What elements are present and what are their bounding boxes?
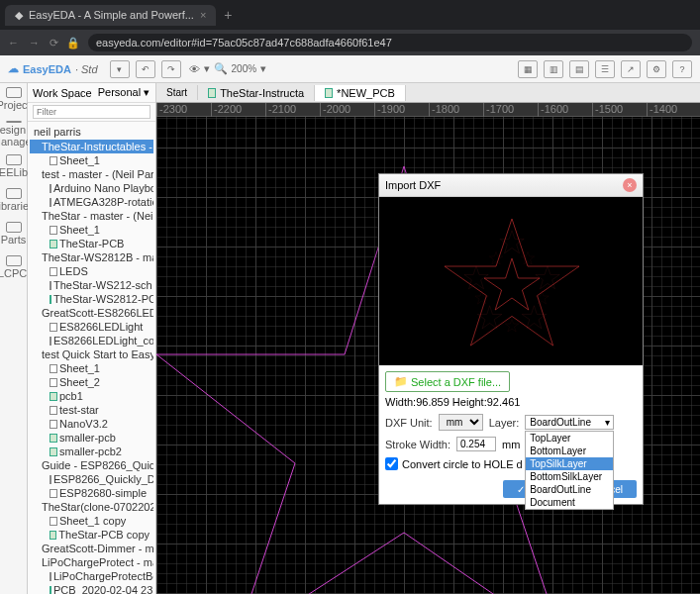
tree-item[interactable]: Sheet_1 <box>30 153 153 167</box>
tree-item[interactable]: TheStar - master - (Neil Parris) <box>30 209 153 223</box>
close-icon[interactable]: × <box>200 9 206 21</box>
svg-marker-1 <box>445 219 579 346</box>
tool-icon-1[interactable]: ▦ <box>518 60 538 78</box>
unit-label: DXF Unit: <box>385 417 433 429</box>
cloud-icon: ☁ <box>8 62 19 75</box>
layer-select[interactable]: BoardOutLine <box>525 415 614 430</box>
svg-marker-11 <box>475 291 489 304</box>
tree-item[interactable]: LiPoChargeProtectBoost <box>30 569 153 583</box>
rail-project[interactable]: Project <box>2 87 26 111</box>
tree-item[interactable]: ES8266LEDLight_copy <box>30 334 153 347</box>
tree-item[interactable]: TheStar-Instructables - master - (N... <box>30 140 153 153</box>
svg-marker-12 <box>505 319 519 332</box>
svg-marker-9 <box>489 251 503 264</box>
tree-item[interactable]: TheStar(clone-07022020) - master... <box>30 500 153 514</box>
svg-marker-10 <box>536 291 550 304</box>
dxf-dimensions: Width:96.859 Height:92.461 <box>385 396 637 408</box>
filter-input[interactable] <box>33 105 150 119</box>
tree-item[interactable]: TheStar-PCB <box>30 237 153 250</box>
project-tree[interactable]: neil parris TheStar-Instructables - mast… <box>28 122 155 594</box>
svg-marker-5 <box>464 266 488 289</box>
tree-item[interactable]: Sheet_1 <box>30 223 153 237</box>
convert-circle-label: Convert circle to HOLE d <box>402 458 523 470</box>
dxf-preview <box>379 197 643 365</box>
lock-icon: 🔒 <box>66 37 80 50</box>
workspace-label: Work Space <box>33 87 92 99</box>
tree-user[interactable]: neil parris <box>30 124 153 140</box>
forward-icon[interactable]: → <box>29 37 40 50</box>
rail-eelib[interactable]: EELib <box>2 154 26 178</box>
personal-dropdown[interactable]: Personal ▾ <box>98 86 150 99</box>
app-logo: ☁ EasyEDA · Std <box>8 62 98 75</box>
tab-start[interactable]: Start <box>156 85 198 100</box>
new-tab-button[interactable]: + <box>224 7 232 23</box>
layer-option[interactable]: BottomLayer <box>526 445 613 457</box>
tree-item[interactable]: Sheet_1 copy <box>30 514 153 528</box>
tree-item[interactable]: LiPoChargeProtect - master - (Nei... <box>30 555 153 569</box>
tree-item[interactable]: Sheet_1 <box>30 361 153 375</box>
layer-dropdown[interactable]: TopLayerBottomLayerTopSilkLayerBottomSil… <box>525 431 614 510</box>
layer-option[interactable]: BottomSilkLayer <box>526 470 613 483</box>
browser-tab[interactable]: ◆ EasyEDA - A Simple and Powerf... × <box>5 5 216 26</box>
tool-icon-3[interactable]: ▤ <box>569 60 589 78</box>
gear-icon[interactable]: ⚙ <box>647 60 666 78</box>
tree-item[interactable]: ES8266LEDLight <box>30 320 153 334</box>
tree-item[interactable]: test - master - (Neil Parris) <box>30 167 153 181</box>
url-field[interactable]: easyeda.com/editor#id=75ac05c87ad47c688a… <box>88 34 692 51</box>
tree-item[interactable]: TheStar-WS2812B - master - (Nei... <box>30 250 153 264</box>
tree-item[interactable]: smaller-pcb <box>30 431 153 445</box>
tree-item[interactable]: test-star <box>30 403 153 417</box>
select-dxf-button[interactable]: 📁 Select a DXF file... <box>385 371 510 392</box>
tree-item[interactable]: TheStar-WS212-sch <box>30 278 153 292</box>
import-dxf-dialog: Import DXF × 📁 Select a DXF file... Widt… <box>378 173 644 505</box>
tree-item[interactable]: Arduino Nano Playboard <box>30 181 153 195</box>
left-rail: Project Design Manager EELib Libraries P… <box>0 83 28 594</box>
tool-icon-4[interactable]: ☰ <box>595 60 615 78</box>
zoom-level[interactable]: 200% <box>232 63 257 74</box>
layer-option[interactable]: Document <box>526 496 613 509</box>
tree-item[interactable]: GreatScott-Dimmer - master - (Nei... <box>30 542 153 555</box>
file-menu-icon[interactable]: ▾ <box>110 60 130 78</box>
tab-favicon: ◆ <box>15 9 23 22</box>
dialog-close-button[interactable]: × <box>623 178 637 192</box>
help-icon[interactable]: ? <box>672 60 692 78</box>
tab-new-pcb[interactable]: *NEW_PCB <box>315 85 406 101</box>
tree-item[interactable]: smaller-pcb2 <box>30 445 153 458</box>
tree-item[interactable]: Guide - ESP8266_Quickly_Design <box>30 458 153 472</box>
tree-item[interactable]: GreatScott-ES8266LEDLight - mast... <box>30 306 153 320</box>
stroke-unit: mm <box>502 439 520 450</box>
tree-item[interactable]: ESP82680-simple <box>30 486 153 500</box>
tab-thestar[interactable]: TheStar-Instructa <box>198 85 315 101</box>
reload-icon[interactable]: ⟳ <box>50 37 58 50</box>
rail-libraries[interactable]: Libraries <box>2 188 26 212</box>
stroke-input[interactable] <box>456 437 496 451</box>
back-icon[interactable]: ← <box>8 37 19 50</box>
svg-marker-6 <box>522 306 546 329</box>
tree-item[interactable]: PCB_2020-02-04 23:37:14 <box>30 583 153 594</box>
rail-jlcpcb[interactable]: JLCPCB <box>2 255 26 279</box>
unit-select[interactable]: mm <box>439 414 483 431</box>
convert-circle-checkbox[interactable] <box>385 457 398 470</box>
tree-item[interactable]: TheStar-WS2812-PCB <box>30 292 153 306</box>
layer-option[interactable]: BoardOutLine <box>526 483 613 496</box>
rail-parts[interactable]: Parts <box>2 222 26 246</box>
tree-item[interactable]: NanoV3.2 <box>30 417 153 431</box>
tree-item[interactable]: ESP8266_Quickly_Design <box>30 472 153 486</box>
tree-item[interactable]: TheStar-PCB copy <box>30 528 153 542</box>
sidebar: Work Space Personal ▾ neil parris TheSta… <box>28 83 156 594</box>
tree-item[interactable]: LEDS <box>30 264 153 278</box>
tree-item[interactable]: Sheet_2 <box>30 375 153 389</box>
undo-icon[interactable]: ↶ <box>136 60 155 78</box>
tree-item[interactable]: pcb1 <box>30 389 153 403</box>
tree-item[interactable]: test Quick Start to EasyEDA - mast... <box>30 347 153 361</box>
layer-option[interactable]: TopLayer <box>526 432 613 445</box>
redo-icon[interactable]: ↷ <box>161 60 181 78</box>
tree-item[interactable]: ATMEGA328P-rotation-test <box>30 195 153 209</box>
share-icon[interactable]: ↗ <box>621 60 641 78</box>
svg-marker-3 <box>500 231 524 253</box>
eye-icon[interactable]: 👁 <box>189 63 200 75</box>
tool-icon-2[interactable]: ▥ <box>544 60 563 78</box>
zoom-icon[interactable]: 🔍 <box>214 62 228 75</box>
rail-design-manager[interactable]: Design Manager <box>2 121 26 145</box>
layer-option[interactable]: TopSilkLayer <box>526 457 613 470</box>
